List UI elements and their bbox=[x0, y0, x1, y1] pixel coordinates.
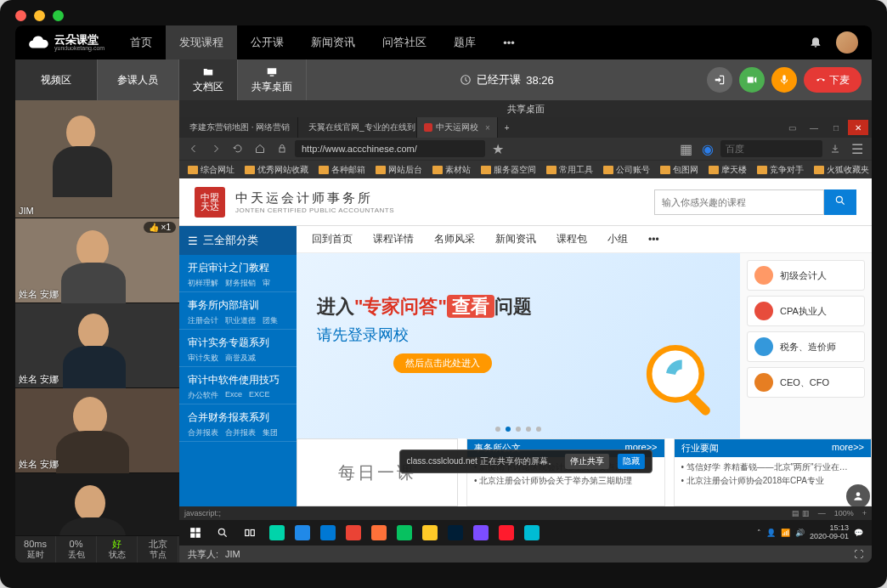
logo[interactable]: 云朵课堂 yunduoketang.com bbox=[15, 31, 116, 54]
video-tile[interactable]: 姓名 安娜 bbox=[15, 303, 179, 388]
bookmark-item[interactable]: 竞争对手 bbox=[754, 164, 807, 176]
nav-reload[interactable] bbox=[229, 140, 247, 157]
user-avatar[interactable] bbox=[836, 31, 858, 54]
nav-more[interactable]: ••• bbox=[489, 37, 528, 49]
close-icon[interactable]: × bbox=[485, 123, 490, 133]
bookmark-item[interactable]: 火狐收藏夹 bbox=[811, 164, 872, 176]
logout-button[interactable] bbox=[707, 67, 732, 93]
sidebar-tab[interactable]: 视频区 bbox=[15, 59, 98, 100]
taskbar-app-wechat[interactable] bbox=[392, 522, 417, 544]
bookmark-item[interactable]: 优秀网站收藏 bbox=[241, 164, 312, 176]
system-clock[interactable]: 15:13 2020-09-01 bbox=[810, 524, 849, 541]
bookmark-item[interactable]: 各种邮箱 bbox=[315, 164, 369, 176]
mac-minimize[interactable] bbox=[34, 10, 45, 21]
camera-button[interactable] bbox=[739, 67, 765, 93]
nav-item[interactable]: 问答社区 bbox=[369, 25, 440, 59]
site-tab[interactable]: ••• bbox=[648, 234, 659, 246]
taskbar-app-edge[interactable] bbox=[315, 522, 341, 544]
nav-item[interactable]: 新闻资讯 bbox=[297, 25, 369, 59]
site-tab[interactable]: 课程详情 bbox=[373, 232, 414, 246]
taskbar-app-folder[interactable] bbox=[417, 522, 443, 544]
browser-tab[interactable]: 李建东营销地图 · 网络营销× bbox=[179, 117, 298, 138]
site-logo[interactable]: 中盟天达 bbox=[195, 187, 225, 218]
video-tile[interactable] bbox=[15, 473, 179, 535]
browser-tool-1[interactable]: ▭ bbox=[782, 120, 802, 135]
taskbar-app-app2[interactable] bbox=[519, 522, 545, 544]
news-item[interactable]: • 笃信好学 养精蓄锐——北京"两所"行业在… bbox=[681, 461, 865, 474]
nav-item[interactable]: 发现课程 bbox=[166, 25, 237, 59]
banner-cta[interactable]: 然后点击此处进入 bbox=[393, 353, 492, 373]
site-tab[interactable]: 回到首页 bbox=[312, 232, 353, 246]
bookmark-item[interactable]: 素材站 bbox=[429, 164, 474, 176]
taskbar-app-app1[interactable] bbox=[468, 522, 494, 544]
apps-icon[interactable]: ▦ bbox=[676, 140, 695, 157]
dock-person-icon[interactable] bbox=[846, 484, 870, 506]
expand-icon[interactable]: ⛶ bbox=[854, 549, 863, 559]
star-icon[interactable]: ★ bbox=[489, 140, 507, 157]
taskbar-app-photoshop[interactable] bbox=[443, 522, 468, 544]
tray-people-icon[interactable]: 👤 bbox=[766, 529, 776, 537]
nav-home[interactable] bbox=[251, 140, 269, 157]
new-tab-button[interactable]: + bbox=[498, 123, 517, 133]
browser-tab[interactable]: 天翼在线官网_专业的在线到× bbox=[298, 117, 417, 138]
category-item[interactable]: 开启审计之门教程初样理解财务报销审 bbox=[179, 255, 297, 292]
menu-icon[interactable]: ☰ bbox=[848, 140, 867, 157]
site-tab[interactable]: 小组 bbox=[607, 232, 628, 246]
hide-notice-button[interactable]: 隐藏 bbox=[618, 454, 645, 469]
tray-up-icon[interactable]: ˄ bbox=[757, 529, 761, 537]
news-item[interactable]: • 北京注册会计师协会关于举办第三期助理 bbox=[474, 474, 658, 488]
role-card[interactable]: 初级会计人 bbox=[747, 260, 865, 291]
nav-item[interactable]: 公开课 bbox=[237, 25, 297, 59]
offstage-button[interactable]: 下麦 bbox=[804, 67, 862, 93]
role-card[interactable]: CPA执业人 bbox=[747, 296, 865, 326]
mic-button[interactable] bbox=[771, 67, 797, 93]
bookmark-item[interactable]: 服务器空间 bbox=[477, 164, 540, 176]
sidebar-tab[interactable]: 参课人员 bbox=[98, 59, 180, 100]
notification-center[interactable]: 💬 bbox=[854, 529, 863, 537]
category-nav-title[interactable]: ☰三全部分类 bbox=[179, 226, 297, 255]
split-icon[interactable]: ▤ ▥ bbox=[792, 509, 810, 517]
bookmark-item[interactable]: 常用工具 bbox=[543, 164, 596, 176]
video-tile[interactable]: 姓名 安娜 bbox=[15, 388, 179, 473]
slide-dot[interactable] bbox=[536, 427, 541, 432]
url-input[interactable] bbox=[295, 140, 485, 157]
slide-dot[interactable] bbox=[526, 427, 531, 432]
bookmark-item[interactable]: 摩天楼 bbox=[705, 164, 750, 176]
bookmark-item[interactable]: 包图网 bbox=[657, 164, 702, 176]
role-card[interactable]: CEO、CFO bbox=[747, 367, 865, 398]
category-item[interactable]: 事务所内部培训注册会计职业道德团集 bbox=[179, 292, 297, 330]
taskbar-app-chrome[interactable] bbox=[341, 522, 366, 544]
download-icon[interactable] bbox=[826, 140, 845, 157]
taskbar-app-maxthon[interactable] bbox=[290, 522, 315, 544]
browser-minimize[interactable]: — bbox=[804, 120, 824, 135]
more-link[interactable]: more>> bbox=[832, 442, 864, 455]
site-tab[interactable]: 新闻资讯 bbox=[495, 232, 536, 246]
video-tile[interactable]: JIM bbox=[15, 100, 179, 218]
category-item[interactable]: 审计中软件使用技巧办公软件ExceEXCE bbox=[179, 367, 297, 404]
start-button[interactable] bbox=[183, 522, 208, 544]
category-item[interactable]: 合并财务报表系列合并报表合并报表集团 bbox=[179, 404, 297, 442]
taskbar-search[interactable] bbox=[210, 522, 235, 544]
nav-forward[interactable] bbox=[206, 140, 225, 157]
nav-item[interactable]: 首页 bbox=[116, 25, 166, 59]
browser-search[interactable] bbox=[720, 140, 822, 157]
category-item[interactable]: 审计实务专题系列审计失败商誉及减 bbox=[179, 330, 297, 367]
taskbar-app-monitor[interactable] bbox=[264, 522, 290, 544]
site-tab[interactable]: 名师风采 bbox=[434, 232, 475, 246]
nav-back[interactable] bbox=[184, 140, 203, 157]
tray-wifi-icon[interactable]: 📶 bbox=[781, 529, 790, 537]
tray-sound-icon[interactable]: 🔊 bbox=[795, 529, 805, 537]
slide-dot[interactable] bbox=[516, 427, 521, 432]
site-search-input[interactable] bbox=[654, 189, 824, 215]
bookmark-item[interactable]: 公司账号 bbox=[600, 164, 653, 176]
taskbar-app-firefox[interactable] bbox=[366, 522, 392, 544]
nav-item[interactable]: 题库 bbox=[440, 25, 489, 59]
bell-icon[interactable] bbox=[809, 35, 822, 51]
video-tile[interactable]: 👍 ×1姓名 安娜 bbox=[15, 218, 179, 303]
slide-dot[interactable] bbox=[506, 427, 511, 432]
site-search-button[interactable] bbox=[824, 189, 856, 215]
task-view[interactable] bbox=[237, 522, 263, 544]
browser-close[interactable]: ✕ bbox=[848, 120, 868, 135]
site-tab[interactable]: 课程包 bbox=[556, 232, 587, 246]
stop-share-button[interactable]: 停止共享 bbox=[565, 454, 609, 469]
